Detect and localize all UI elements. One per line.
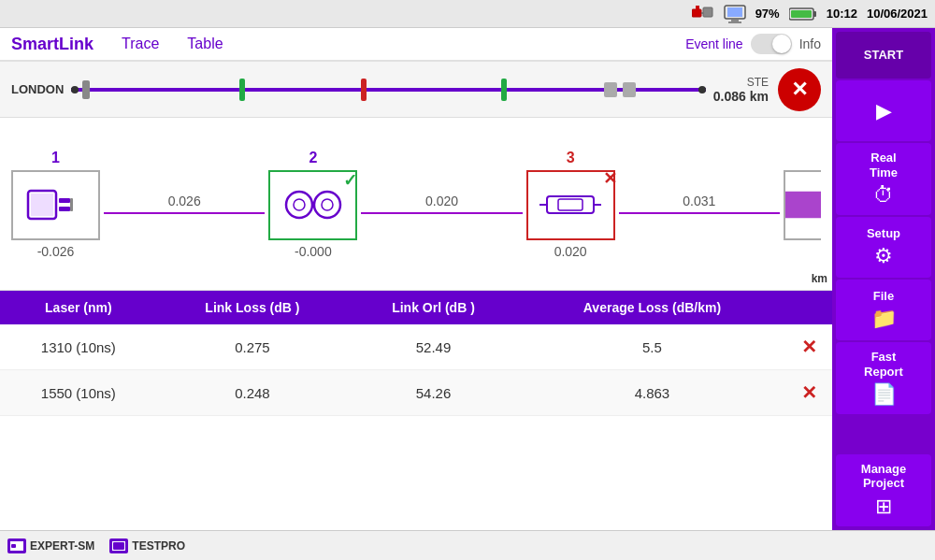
device-icon-1 [7, 538, 26, 553]
table-body: 1310 (10ns) 0.275 52.49 5.5 ✕ 1550 (10ns… [0, 324, 832, 416]
trace-end-km: 0.086 km [713, 89, 769, 104]
file-label: File [873, 289, 894, 304]
distance-1-2: 0.026 [168, 194, 201, 208]
connector-3-end: 0.031 [615, 194, 784, 214]
grid-icon: ⊞ [875, 495, 892, 519]
fiber-marker-green-1 [239, 79, 245, 101]
connector-line-1-2 [104, 212, 265, 214]
trace-end: STE 0.086 km [713, 76, 769, 104]
event-box-4 [784, 170, 821, 240]
svg-point-17 [314, 192, 340, 218]
tab-trace[interactable]: Trace [122, 36, 159, 52]
status-icon-2: ✕ [801, 382, 817, 403]
tab-smartlink[interactable]: SmartLink [11, 35, 94, 54]
connector-icon [280, 181, 346, 228]
table-header: Laser (nm) Link Loss (dB ) Link Orl (dB … [0, 291, 832, 324]
distance-3-end: 0.031 [683, 194, 715, 208]
battery-level: 97% [755, 7, 780, 21]
status-icon-1: ✕ [801, 337, 817, 357]
setup-button[interactable]: Setup ⚙ [836, 217, 931, 278]
table-row: 1310 (10ns) 0.275 52.49 5.5 ✕ [0, 324, 832, 370]
svg-rect-31 [113, 542, 124, 550]
fast-report-button[interactable]: FastReport 📄 [836, 342, 931, 414]
event-box-3[interactable]: ✕ [526, 170, 615, 240]
fiber-start-marker [71, 86, 79, 93]
distance-2-3: 0.020 [425, 194, 458, 208]
play-icon: ▶ [876, 99, 892, 123]
svg-rect-9 [791, 10, 812, 18]
event-number-3: 3 [567, 150, 575, 166]
toggle-knob [772, 35, 791, 53]
file-button[interactable]: File 📁 [836, 280, 931, 340]
check-mark-2: ✓ [343, 170, 357, 191]
info-label[interactable]: Info [799, 36, 821, 51]
device-2-label: TESTPRO [132, 539, 185, 553]
avg-loss-2: 4.863 [519, 370, 785, 416]
manage-project-button[interactable]: ManageProject ⊞ [836, 454, 931, 526]
manage-project-label: ManageProject [861, 462, 906, 491]
event-value-1: -0.026 [37, 244, 75, 259]
event-node-4: 4 0 [784, 150, 821, 259]
link-orl-1: 52.49 [348, 324, 519, 370]
col-link-orl: Link Orl (dB ) [348, 291, 519, 324]
start-button[interactable]: START [836, 32, 931, 79]
col-avg-loss: Average Loss (dB/km) [519, 291, 785, 324]
sidebar-spacer [836, 416, 931, 452]
clock-icon: ⏱ [873, 183, 894, 208]
fiber-line-container [71, 80, 705, 99]
partial-icon [785, 181, 821, 228]
connector-1-2: 0.026 [100, 194, 268, 214]
svg-rect-5 [727, 7, 742, 17]
col-status [785, 291, 832, 324]
svg-point-19 [322, 199, 333, 210]
event-box-2[interactable]: ✓ [268, 170, 357, 240]
laser-2: 1550 (10ns) [0, 370, 157, 416]
device-svg-2 [111, 540, 126, 552]
events-container: 1 -0.026 0.026 [11, 127, 821, 280]
play-button[interactable]: ▶ [836, 80, 931, 141]
status-2: ✕ [785, 370, 832, 416]
event-node-1: 1 -0.026 [11, 150, 100, 259]
data-table-area: Laser (nm) Link Loss (dB ) Link Orl (dB … [0, 291, 832, 530]
real-time-button[interactable]: RealTime ⏱ [836, 143, 931, 215]
connector-2-3: 0.020 [357, 194, 525, 214]
svg-rect-22 [558, 199, 583, 210]
fiber-end-marker [698, 86, 706, 93]
gear-icon: ⚙ [874, 244, 893, 268]
close-button[interactable]: ✕ [778, 68, 821, 111]
device-icon-2 [109, 538, 128, 553]
link-loss-1: 0.275 [157, 324, 348, 370]
svg-rect-15 [70, 198, 73, 211]
otdr-icon [23, 181, 89, 228]
event-box-1[interactable] [11, 170, 100, 240]
fiber-marker-1 [82, 80, 90, 99]
col-link-loss: Link Loss (dB ) [157, 291, 348, 324]
device-svg-1 [9, 540, 24, 552]
tab-table[interactable]: Table [187, 36, 223, 52]
svg-rect-0 [692, 9, 701, 17]
col-laser: Laser (nm) [0, 291, 157, 324]
filter-icon [538, 181, 603, 228]
event-node-2: 2 ✓ -0.000 [268, 150, 357, 259]
status-bar: 97% 10:12 10/06/2021 [0, 0, 935, 28]
avg-loss-1: 5.5 [519, 324, 785, 370]
data-table: Laser (nm) Link Loss (dB ) Link Orl (dB … [0, 291, 832, 416]
event-line-toggle[interactable] [751, 34, 792, 54]
clock: 10:12 [827, 7, 857, 21]
link-loss-2: 0.248 [157, 370, 348, 416]
link-orl-2: 54.26 [348, 370, 519, 416]
svg-rect-12 [31, 194, 53, 216]
sidebar: START ▶ RealTime ⏱ Setup ⚙ File 📁 FastRe… [832, 28, 935, 530]
fiber-marker-gray-2 [623, 82, 636, 97]
event-line-section: Event line Info [685, 34, 821, 54]
trace-bar: LONDON STE [0, 62, 832, 118]
real-time-label: RealTime [870, 151, 898, 179]
setup-label: Setup [867, 226, 900, 241]
event-node-3: 3 ✕ 0.020 [526, 150, 615, 259]
event-diagram: 1 -0.026 0.026 [0, 118, 832, 291]
status-1: ✕ [785, 324, 832, 370]
monitor-icon [724, 4, 746, 24]
network-icons [692, 4, 746, 24]
svg-rect-25 [785, 192, 821, 219]
fiber-marker-gray-1 [604, 82, 617, 97]
